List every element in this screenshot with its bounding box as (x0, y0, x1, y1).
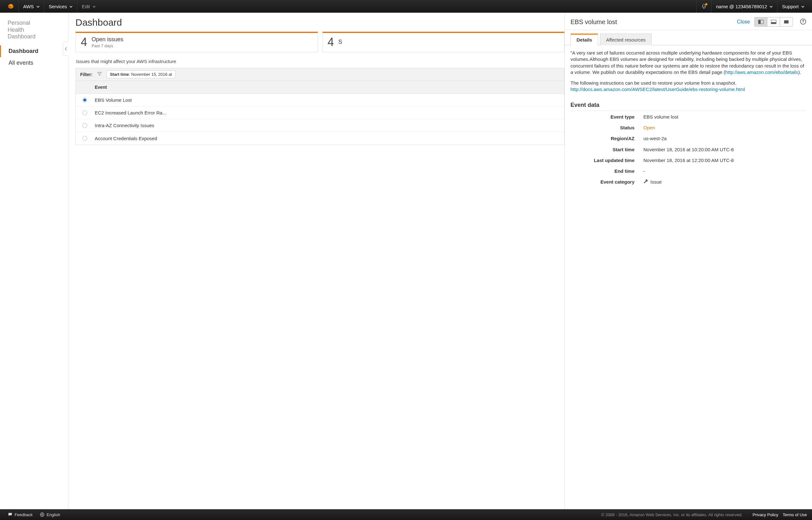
row-event-name: EBS Volume Lost (93, 97, 132, 103)
nav-aws-label: AWS (23, 4, 34, 9)
row-event-name: Intra-AZ Connectivity Issues (93, 123, 154, 128)
sidebar-title-l2: Health (8, 27, 24, 33)
aws-logo-icon[interactable] (3, 3, 18, 10)
kv-value: Issue (643, 179, 806, 186)
table-row[interactable]: EC2 Increased Launch Error Ra... (76, 107, 564, 119)
filter-icon[interactable] (97, 71, 102, 77)
events-table-header: Event (76, 81, 565, 94)
row-radio[interactable] (82, 123, 87, 128)
svg-rect-4 (784, 20, 789, 23)
sidebar-item-label: Dashboard (8, 48, 38, 54)
events-table: EBS Volume Lost EC2 Increased Launch Err… (76, 94, 565, 145)
nav-edit[interactable]: Edit (77, 0, 100, 13)
row-radio[interactable] (82, 136, 87, 141)
detail-text: ). (798, 70, 801, 75)
footer-privacy-link[interactable]: Privacy Policy (753, 512, 778, 517)
kv-key: Region/AZ (570, 135, 643, 142)
stat-count: 4 (81, 35, 87, 49)
footer-terms-link[interactable]: Terms of Use (783, 512, 807, 517)
row-radio[interactable] (82, 110, 87, 115)
nav-account-label: name @ 123456789012 (716, 4, 767, 9)
detail-text: The following instructions can be used t… (570, 80, 736, 86)
notification-dot-icon (705, 3, 707, 5)
tab-label: Affected resources (606, 37, 646, 43)
detail-header: EBS volume lost Close ? (565, 13, 812, 30)
kv-key: Last updated time (570, 157, 643, 164)
language-link[interactable]: English (37, 512, 63, 517)
sidebar-item-label: All events (8, 60, 33, 66)
stat-card-open-issues[interactable]: 4 Open issues Past 7 days (76, 32, 318, 52)
top-nav: AWS Services Edit name @ 123456789012 Su… (0, 0, 812, 13)
chevron-left-icon (65, 47, 67, 51)
notifications-bell[interactable] (696, 0, 711, 13)
sidebar-item-all-events[interactable]: All events (0, 57, 68, 69)
sidebar-title-l1: Personal (8, 20, 30, 26)
layout-split-vertical[interactable] (755, 18, 767, 26)
kv-status: Status Open (570, 122, 806, 133)
center-column: Dashboard 4 Open issues Past 7 days 4 S … (69, 13, 565, 509)
nav-support-label: Support (782, 4, 799, 9)
footer-language-label: English (47, 512, 60, 517)
caret-down-icon (70, 4, 73, 9)
stat-cards: 4 Open issues Past 7 days 4 S (76, 32, 565, 52)
kv-end-time: End time - (570, 166, 806, 177)
stat-subtitle: Past 7 days (91, 44, 123, 48)
caret-down-icon (36, 4, 39, 9)
kv-value: us-west-2a (643, 135, 806, 142)
kv-key: Event type (570, 114, 643, 120)
layout-split-horizontal[interactable] (767, 18, 780, 26)
stat-title: S (339, 39, 342, 45)
stat-card-secondary[interactable]: 4 S (322, 32, 565, 52)
table-row[interactable]: Intra-AZ Connectivity Issues (76, 119, 564, 132)
kv-value: - (643, 168, 806, 174)
feedback-link[interactable]: Feedback (5, 512, 35, 517)
footer-feedback-label: Feedback (15, 512, 33, 517)
filter-label: Filter: (80, 72, 92, 77)
layout-full[interactable] (780, 18, 793, 26)
caret-down-icon (801, 4, 804, 9)
help-icon[interactable]: ? (800, 18, 806, 26)
sidebar-collapse-button[interactable] (63, 42, 69, 56)
footer: Feedback English © 2008 - 2016, Amazon W… (0, 509, 812, 520)
issues-description: Issues that might affect your AWS infras… (76, 59, 565, 64)
nav-edit-label: Edit (82, 4, 90, 9)
kv-key: Status (570, 125, 643, 131)
detail-link-ebs[interactable]: http://aws.amazon.com/ebs/details (725, 70, 798, 75)
tab-details[interactable]: Details (570, 34, 598, 45)
table-row[interactable]: Account Credentials Exposed (76, 132, 564, 145)
detail-title: EBS volume lost (570, 18, 617, 26)
page-title: Dashboard (76, 17, 565, 28)
sidebar-item-dashboard[interactable]: Dashboard (0, 45, 68, 57)
main: Personal Health Dashboard Dashboard All … (0, 13, 812, 509)
row-radio[interactable] (82, 98, 87, 102)
kv-value: Open (643, 125, 806, 131)
svg-rect-1 (758, 20, 761, 24)
event-data-heading: Event data (570, 101, 806, 111)
kv-key: Event category (570, 179, 643, 186)
close-button[interactable]: Close (737, 19, 750, 25)
detail-tabs: Details Affected resources (565, 33, 812, 45)
detail-paragraph: The following instructions can be used t… (570, 80, 806, 93)
detail-link-restore[interactable]: http://docs.aws.amazon.com/AWSEC2/latest… (570, 86, 745, 92)
table-row[interactable]: EBS Volume Lost (76, 94, 564, 107)
nav-services[interactable]: Services (44, 0, 77, 13)
nav-account[interactable]: name @ 123456789012 (711, 0, 777, 13)
filter-chip-key: Start time (110, 72, 129, 77)
footer-copyright: © 2008 - 2016, Amazon Web Services, Inc.… (601, 512, 742, 517)
kv-value-text: Issue (650, 179, 662, 185)
layout-switcher (754, 17, 793, 27)
kv-key: Start time (570, 147, 643, 153)
detail-body: "A very rare set of failures occurred ac… (565, 45, 812, 509)
kv-value: November 18, 2016 at 10:20:00 AM UTC-8 (643, 147, 806, 153)
kv-event-category: Event category Issue (570, 177, 806, 188)
nav-aws[interactable]: AWS (18, 0, 44, 13)
speech-bubble-icon (8, 512, 13, 517)
caret-down-icon (92, 4, 96, 9)
detail-panel: EBS volume lost Close ? (565, 13, 812, 509)
tab-affected-resources[interactable]: Affected resources (600, 34, 652, 45)
nav-support[interactable]: Support (777, 0, 809, 13)
col-event-header: Event (93, 85, 107, 90)
kv-value: EBS volume lost (643, 114, 806, 120)
filter-chip-start-time[interactable]: Start time: November 15, 2016 at (107, 70, 175, 78)
stat-count: 4 (328, 35, 334, 49)
